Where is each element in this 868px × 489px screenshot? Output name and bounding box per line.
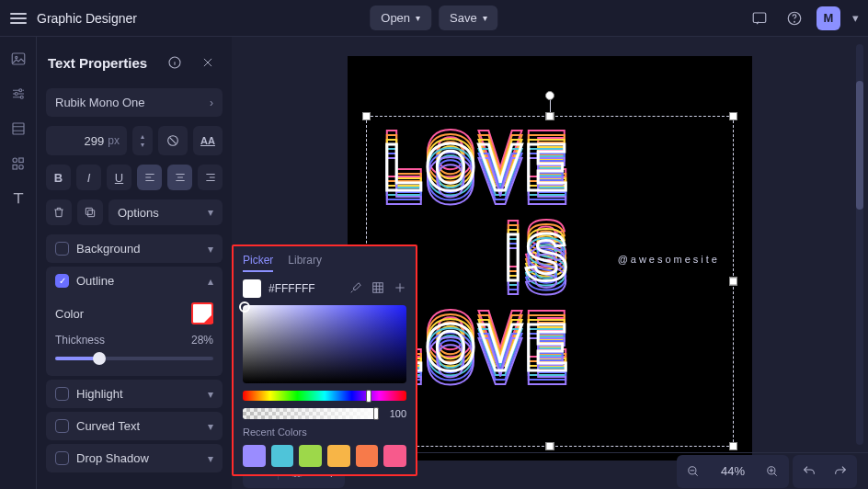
- thickness-slider[interactable]: [55, 352, 213, 365]
- options-label: Options: [118, 206, 159, 220]
- background-section[interactable]: Background▾: [46, 234, 223, 263]
- font-name: Rubik Mono One: [55, 96, 204, 109]
- tab-picker[interactable]: Picker: [243, 254, 273, 272]
- help-icon[interactable]: [782, 6, 807, 31]
- section-label: Curved Text: [76, 419, 200, 433]
- align-left-button[interactable]: [137, 165, 162, 190]
- checkbox[interactable]: [55, 419, 69, 433]
- saturation-value-box[interactable]: [243, 305, 406, 383]
- recent-colors-label: Recent Colors: [243, 426, 406, 438]
- curved-text-section[interactable]: Curved Text▾: [46, 412, 223, 440]
- checkbox-checked[interactable]: [55, 274, 69, 288]
- svg-point-9: [13, 158, 17, 163]
- svg-rect-16: [86, 208, 92, 214]
- chevron-down-icon: ▾: [208, 388, 213, 401]
- delete-button[interactable]: [46, 199, 72, 225]
- current-color-swatch: [243, 279, 261, 298]
- color-swatch[interactable]: [191, 302, 213, 324]
- chevron-up-icon: ▴: [208, 275, 213, 288]
- text-case-icon[interactable]: AA: [193, 126, 223, 155]
- size-stepper[interactable]: ▴▾: [132, 126, 153, 155]
- section-label: Drop Shadow: [76, 451, 200, 465]
- avatar-chevron-icon[interactable]: ▾: [850, 6, 861, 31]
- selection-box[interactable]: [366, 116, 734, 447]
- alpha-slider[interactable]: [243, 408, 379, 419]
- zoom-level[interactable]: 44%: [712, 464, 754, 478]
- recent-color-swatch[interactable]: [383, 445, 406, 467]
- recent-color-swatch[interactable]: [243, 445, 266, 467]
- resize-handle[interactable]: [362, 112, 371, 120]
- alpha-thumb[interactable]: [373, 407, 379, 420]
- svg-point-4: [15, 56, 17, 58]
- resize-handle[interactable]: [729, 112, 737, 120]
- drop-shadow-section[interactable]: Drop Shadow▾: [46, 444, 223, 472]
- outline-section[interactable]: Outline▴: [46, 267, 223, 295]
- italic-button[interactable]: I: [76, 165, 101, 190]
- outline-body: Color Thickness28%: [46, 295, 223, 376]
- resize-handle[interactable]: [729, 278, 737, 286]
- svg-rect-0: [753, 13, 766, 23]
- hex-value[interactable]: #FFFFFF: [268, 282, 315, 295]
- panel-title: Text Properties: [48, 55, 147, 71]
- undo-button[interactable]: [796, 459, 822, 484]
- recent-color-swatch[interactable]: [327, 445, 350, 467]
- zoom-out-button[interactable]: [680, 459, 706, 484]
- svg-point-12: [18, 165, 23, 170]
- palette-grid-icon[interactable]: [371, 281, 384, 297]
- shapes-icon[interactable]: [7, 153, 29, 175]
- align-center-button[interactable]: [167, 165, 192, 190]
- chevron-down-icon: ▾: [416, 13, 420, 23]
- vertical-scrollbar[interactable]: [856, 44, 863, 445]
- chevron-down-icon: ▾: [208, 452, 213, 465]
- checkbox[interactable]: [55, 242, 69, 256]
- font-size-input[interactable]: 299px: [46, 126, 127, 155]
- recent-color-swatch[interactable]: [299, 445, 322, 467]
- sv-cursor[interactable]: [239, 301, 250, 313]
- close-icon[interactable]: [195, 50, 221, 75]
- checkbox[interactable]: [55, 451, 69, 465]
- properties-panel: Text Properties Rubik Mono One › 299px ▴…: [37, 37, 232, 489]
- add-icon[interactable]: [394, 281, 406, 297]
- section-label: Background: [76, 242, 200, 256]
- menu-icon[interactable]: [7, 7, 29, 29]
- align-right-button[interactable]: [198, 165, 223, 190]
- resize-handle[interactable]: [546, 442, 554, 450]
- open-button[interactable]: Open▾: [370, 6, 431, 30]
- clear-format-icon[interactable]: [158, 126, 188, 155]
- recent-color-swatch[interactable]: [356, 445, 379, 467]
- frame-icon[interactable]: [7, 118, 29, 140]
- avatar[interactable]: M: [817, 6, 840, 30]
- duplicate-button[interactable]: [77, 199, 103, 225]
- recent-color-swatch[interactable]: [271, 445, 294, 467]
- text-icon[interactable]: [7, 188, 29, 210]
- svg-point-5: [18, 89, 21, 92]
- eyedropper-icon[interactable]: [349, 281, 362, 297]
- alpha-value: 100: [384, 408, 406, 419]
- save-button[interactable]: Save▾: [439, 6, 498, 30]
- font-selector[interactable]: Rubik Mono One ›: [46, 88, 223, 117]
- tab-library[interactable]: Library: [288, 254, 322, 272]
- zoom-in-button[interactable]: [760, 459, 785, 484]
- rotate-handle[interactable]: [545, 91, 554, 100]
- options-dropdown[interactable]: Options▾: [108, 199, 223, 225]
- hue-thumb[interactable]: [366, 390, 371, 403]
- feedback-icon[interactable]: [747, 6, 772, 31]
- underline-button[interactable]: U: [107, 165, 131, 190]
- resize-handle[interactable]: [729, 442, 737, 450]
- adjust-icon[interactable]: [7, 83, 29, 105]
- svg-rect-11: [13, 165, 17, 170]
- text-format-toolbar: B I U: [46, 165, 223, 190]
- redo-button[interactable]: [828, 459, 853, 484]
- image-icon[interactable]: [7, 48, 29, 70]
- resize-handle[interactable]: [546, 112, 554, 120]
- info-icon[interactable]: [162, 50, 188, 75]
- open-label: Open: [381, 11, 410, 25]
- svg-point-2: [794, 21, 795, 22]
- topbar: Graphic Designer Open▾ Save▾ M ▾: [0, 0, 868, 37]
- hue-slider[interactable]: [243, 391, 406, 401]
- highlight-section[interactable]: Highlight▾: [46, 380, 223, 408]
- checkbox[interactable]: [55, 387, 69, 401]
- main-area: Text Properties Rubik Mono One › 299px ▴…: [0, 37, 868, 489]
- svg-rect-8: [13, 123, 24, 134]
- bold-button[interactable]: B: [46, 165, 71, 190]
